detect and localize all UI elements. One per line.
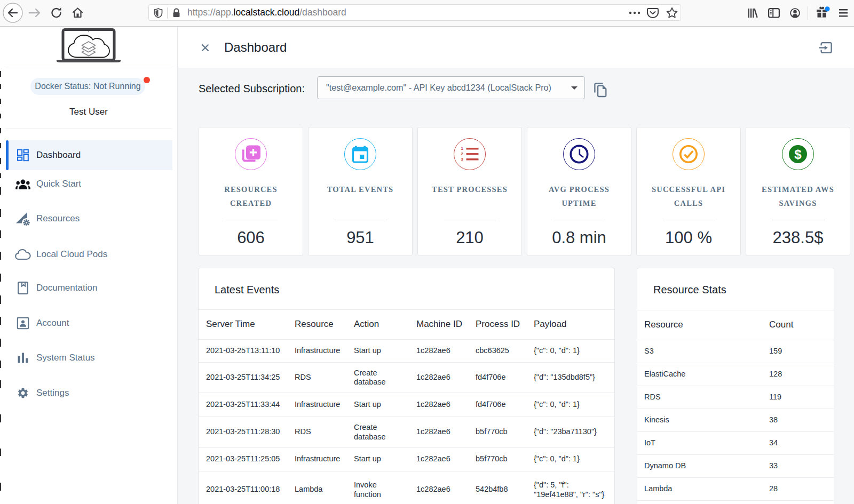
svg-text:2: 2 xyxy=(461,151,464,156)
svg-text:1: 1 xyxy=(461,146,464,151)
svg-text:$: $ xyxy=(794,147,802,162)
svg-text:3: 3 xyxy=(461,157,464,162)
